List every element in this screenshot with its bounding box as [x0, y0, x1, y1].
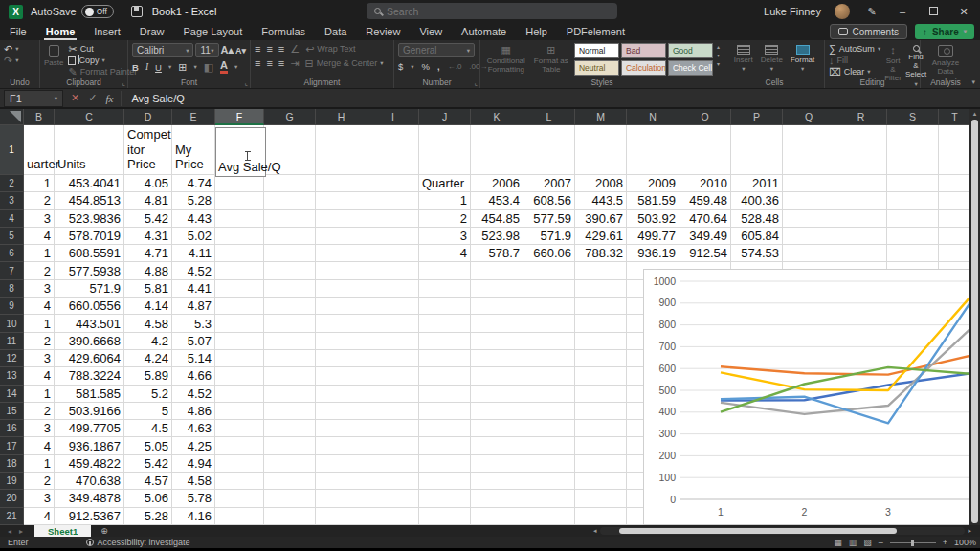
- cell-F8[interactable]: [215, 280, 264, 298]
- cell-D6[interactable]: 4.71: [124, 245, 172, 262]
- cell-E18[interactable]: 4.94: [172, 455, 215, 473]
- cell-I12[interactable]: [368, 350, 419, 367]
- sheet-nav-arrows[interactable]: ◂▸: [8, 527, 31, 536]
- cell-K16[interactable]: [471, 420, 523, 437]
- cell-D21[interactable]: 5.28: [124, 508, 172, 525]
- cell-L17[interactable]: [523, 437, 575, 454]
- column-header-B[interactable]: B: [24, 109, 55, 125]
- cell-H1[interactable]: [316, 125, 368, 175]
- increase-font-icon[interactable]: A▴: [221, 44, 234, 56]
- number-dialog-launcher[interactable]: ⌞: [475, 79, 478, 87]
- cell-N4[interactable]: 503.92: [627, 210, 679, 228]
- cell-D1[interactable]: Compet itor Price: [124, 125, 172, 175]
- cell-L1[interactable]: [523, 125, 575, 175]
- cell-K4[interactable]: 454.85: [471, 210, 523, 228]
- cell-E15[interactable]: 4.86: [172, 403, 215, 420]
- collapse-ribbon-icon[interactable]: ▾: [971, 78, 975, 86]
- minimize-button[interactable]: –: [894, 6, 911, 17]
- column-header-R[interactable]: R: [835, 109, 887, 125]
- cell-F2[interactable]: [215, 175, 264, 192]
- gallery-down-icon[interactable]: ▾: [717, 52, 720, 58]
- cell-E17[interactable]: 4.25: [172, 437, 215, 454]
- cell-B20[interactable]: 3: [24, 490, 55, 507]
- cell-I5[interactable]: [368, 228, 419, 245]
- cell-F10[interactable]: [215, 315, 264, 332]
- cell-F15[interactable]: [215, 403, 264, 420]
- close-button[interactable]: ✕: [955, 6, 972, 18]
- cell-H5[interactable]: [316, 228, 368, 245]
- underline-button[interactable]: U: [155, 62, 162, 73]
- ribbon-tab-data[interactable]: Data: [315, 23, 356, 40]
- cell-style-calculation[interactable]: Calculation: [621, 60, 666, 76]
- ribbon-tab-pdfelement[interactable]: PDFelement: [557, 23, 635, 40]
- cell-Q4[interactable]: [783, 210, 835, 228]
- cell-N6[interactable]: 936.19: [627, 245, 679, 262]
- cell-G15[interactable]: [264, 403, 316, 420]
- cell-I7[interactable]: [368, 262, 419, 279]
- cell-H11[interactable]: [316, 333, 368, 350]
- cell-T2[interactable]: [939, 175, 969, 192]
- row-header-7[interactable]: 7: [0, 262, 24, 279]
- currency-icon[interactable]: $: [398, 61, 403, 72]
- cell-L7[interactable]: [523, 262, 575, 279]
- cell-J16[interactable]: [419, 420, 471, 437]
- autosave-switch[interactable]: Off: [81, 5, 114, 18]
- cell-M11[interactable]: [575, 333, 627, 350]
- cell-E20[interactable]: 5.78: [172, 490, 215, 507]
- cell-J19[interactable]: [419, 473, 471, 490]
- cell-C19[interactable]: 470.638: [55, 473, 124, 490]
- cell-N5[interactable]: 499.77: [627, 228, 679, 245]
- cell-G18[interactable]: [264, 455, 316, 473]
- percent-icon[interactable]: %: [422, 61, 430, 72]
- cell-D12[interactable]: 4.24: [124, 350, 172, 367]
- cell-C17[interactable]: 936.1867: [55, 437, 124, 454]
- ribbon-tab-page-layout[interactable]: Page Layout: [173, 23, 252, 40]
- font-family-select[interactable]: Calibri▾: [132, 43, 193, 57]
- cell-O5[interactable]: 349.49: [679, 228, 731, 245]
- cell-J6[interactable]: 4: [419, 245, 471, 262]
- cell-B14[interactable]: 1: [24, 386, 55, 403]
- cell-T4[interactable]: [939, 210, 969, 228]
- cell-C1[interactable]: Units: [55, 125, 124, 175]
- cell-J4[interactable]: 2: [419, 210, 471, 228]
- cell-J3[interactable]: 1: [419, 192, 471, 209]
- cell-P5[interactable]: 605.84: [731, 228, 783, 245]
- cell-B15[interactable]: 2: [24, 403, 55, 420]
- cell-M6[interactable]: 788.32: [575, 245, 627, 262]
- ribbon-tab-draw[interactable]: Draw: [130, 23, 174, 40]
- cell-P6[interactable]: 574.53: [731, 245, 783, 262]
- cell-C20[interactable]: 349.4878: [55, 490, 124, 507]
- cell-D3[interactable]: 4.81: [124, 192, 172, 209]
- search-input[interactable]: [387, 6, 578, 17]
- cell-F13[interactable]: [215, 367, 264, 385]
- cell-L16[interactable]: [523, 420, 575, 437]
- row-header-18[interactable]: 18: [0, 455, 24, 473]
- cell-D19[interactable]: 4.57: [124, 473, 172, 490]
- cell-C13[interactable]: 788.3224: [55, 367, 124, 385]
- cell-N3[interactable]: 581.59: [627, 192, 679, 209]
- cell-K18[interactable]: [471, 455, 523, 473]
- cell-L8[interactable]: [523, 280, 575, 298]
- gallery-expand-icon[interactable]: ▾: [717, 60, 720, 67]
- column-header-H[interactable]: H: [316, 109, 368, 125]
- cell-B18[interactable]: 1: [24, 455, 55, 473]
- row-header-15[interactable]: 15: [0, 403, 24, 420]
- cell-E6[interactable]: 4.11: [172, 245, 215, 262]
- cell-D9[interactable]: 4.14: [124, 298, 172, 315]
- cell-C3[interactable]: 454.8513: [55, 192, 124, 209]
- ribbon-tab-view[interactable]: View: [410, 23, 452, 40]
- cell-L12[interactable]: [523, 350, 575, 367]
- cell-K11[interactable]: [471, 333, 523, 350]
- cell-R3[interactable]: [835, 192, 887, 209]
- row-header-8[interactable]: 8: [0, 280, 24, 298]
- cell-L3[interactable]: 608.56: [523, 192, 575, 209]
- zoom-out-icon[interactable]: –: [879, 538, 883, 547]
- ink-pen-icon[interactable]: ✎: [863, 6, 880, 18]
- cell-H17[interactable]: [316, 437, 368, 454]
- row-header-5[interactable]: 5: [0, 228, 24, 245]
- row-header-17[interactable]: 17: [0, 437, 24, 454]
- cell-F16[interactable]: [215, 420, 264, 437]
- cell-H9[interactable]: [316, 298, 368, 315]
- align-left-icon[interactable]: ≡: [255, 58, 260, 69]
- gallery-up-icon[interactable]: ▴: [717, 43, 720, 50]
